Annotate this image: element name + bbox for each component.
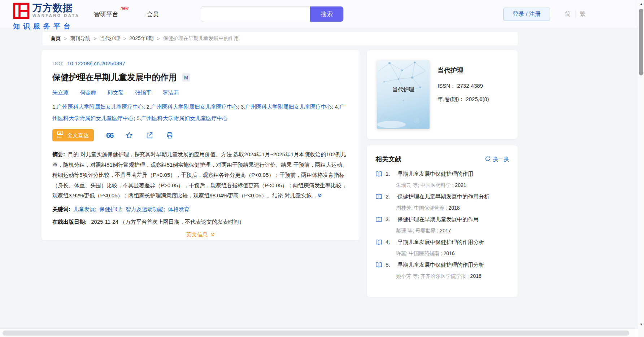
abstract-text: 目的 对儿童实施保健护理，探究其对早期儿童发展的应用价值。方法 选取2024年1… [52,151,348,198]
vertical-scrollbar[interactable]: ▲ ▼ [638,0,644,337]
related-item: 4. 早期儿童发展中保健护理的作用分析 许蕊; 中国医药指南 ; 2016 [375,239,509,257]
related-item-title[interactable]: 保健护理在儿童早期发展中的作用分析 [397,193,489,200]
related-item-title[interactable]: 早期儿童发展中保健护理的作用分析 [397,262,484,268]
nav-item-member[interactable]: 会员 [147,10,159,18]
online-date-label: 在线出版日期: [52,219,87,225]
keyword-link[interactable]: 体格发育 [168,206,190,212]
related-item: 5. 早期儿童发展中保健护理的作用分析 姚小芳 等; 齐齐哈尔医学院学报 ; 2… [375,262,509,280]
affiliation-link[interactable]: 广州医科大学附属妇女儿童医疗中心 [151,104,238,110]
journal-cover[interactable]: 当代护理 [377,60,430,129]
book-icon [375,239,382,247]
language-switch: 简 繁 [561,0,590,28]
related-year: 2018 [448,205,460,211]
print-icon[interactable] [166,131,174,139]
related-year: 2016 [443,250,454,256]
related-journal[interactable]: 中国医药科学 [421,182,451,188]
related-item-title[interactable]: 早期儿童发展中保健护理的作用 [397,171,473,178]
breadcrumb-current: 保健护理在早期儿童发展中的作用 [163,35,239,42]
brand-name-en: WANFANG DATA [32,13,79,18]
search-button[interactable]: 搜索 [310,6,343,22]
related-journal[interactable]: 中国医药指南 [409,250,439,256]
login-register-button[interactable]: 登录 / 注册 [503,8,550,21]
nav-item-zhiyan[interactable]: 智研平台 new [94,10,118,18]
breadcrumb-home[interactable]: 首页 [51,35,61,42]
related-journal[interactable]: 母婴世界 [415,228,436,233]
affiliation-num: 3. [241,104,245,110]
affiliation-link[interactable]: 广州医科大学附属妇女儿童医疗中心 [57,104,144,110]
related-journal[interactable]: 中国保健营养 [414,205,444,211]
fulltext-button[interactable]: free 全文直达 [52,129,94,141]
journal-card: 当代护理 当代护理 ISSN： 2732-4389 年,卷(期)： 2025,6… [367,50,518,139]
related-title: 相关文献 [375,155,401,163]
book-icon [375,262,382,270]
related-item: 2. 保健护理在儿童早期发展中的作用分析 周桂芳; 中国保健营养 ; 2018 [375,193,509,211]
volume-value: 2025,6(8) [466,96,489,102]
volume-label: 年,卷(期)： [438,96,464,102]
keyword-link[interactable]: 保健护理 [99,206,121,212]
breadcrumb-journal[interactable]: 当代护理 [100,35,120,42]
search-input[interactable] [201,6,310,22]
svg-text:free: free [57,136,62,139]
refresh-related-button[interactable]: 换一换 [485,156,509,163]
related-authors: 姚小芳 等; [396,273,419,279]
author-link[interactable]: 张锦平 [135,89,151,96]
breadcrumb-separator: > [93,36,96,41]
m-badge: M [182,73,190,82]
authors-row: 朱立琼 何金婵 邱文妥 张锦平 罗洁莉 [52,89,349,96]
related-item-title[interactable]: 早期儿童发展中保健护理的作用分析 [397,239,484,246]
author-link[interactable]: 邱文妥 [108,89,124,96]
related-year: 2021 [455,182,466,188]
lang-traditional[interactable]: 繁 [575,10,590,18]
share-icon[interactable] [145,131,153,139]
related-authors: 朱瑞云 等; [396,182,419,188]
related-journal[interactable]: 齐齐哈尔医学院学报 [421,273,466,279]
english-info-link[interactable]: 英文信息 [52,231,349,238]
wanfang-logo-icon [13,3,30,21]
favorite-star-icon[interactable] [125,131,133,139]
breadcrumb-separator: > [157,36,160,41]
breadcrumb-journal-nav[interactable]: 期刊导航 [70,35,90,42]
abstract-label: 摘要: [52,151,65,157]
brand-tagline: 知识服务平台 [13,22,79,31]
page: 万方数据 WANFANG DATA 知识服务平台 智研平台 new 会员 搜索 … [0,0,644,337]
issn-label: ISSN： [438,83,456,89]
wanfang-logo[interactable]: 万方数据 WANFANG DATA 知识服务平台 [13,3,79,31]
expand-abstract-icon[interactable] [317,191,322,202]
related-item: 1. 早期儿童发展中保健护理的作用 朱瑞云 等; 中国医药科学 ; 2021 [375,171,509,189]
related-item-title[interactable]: 保健护理在早期儿童发展中的作用 [397,216,479,223]
affiliation-num: 2. [147,104,151,110]
search-bar: 搜索 [201,6,344,22]
keyword-link[interactable]: 智力及运动功能 [126,206,164,212]
affiliations: 1.广州医科大学附属妇女儿童医疗中心; 2.广州医科大学附属妇女儿童医疗中心; … [52,101,349,124]
author-link[interactable]: 朱立琼 [52,89,69,96]
vertical-scrollbar-thumb[interactable] [639,9,643,75]
author-link[interactable]: 罗洁莉 [163,89,179,96]
breadcrumb-issue[interactable]: 2025年8期 [130,35,154,42]
affiliation-link[interactable]: 广州医科大学附属妇女儿童医疗中心 [245,104,332,110]
book-icon [375,194,382,201]
journal-cover-title: 当代护理 [377,86,430,93]
related-year: 2017 [440,228,451,233]
related-articles-card: 相关文献 换一换 1. 早期儿童发展中保健护理的作用 朱瑞云 等; 中国医药科学… [367,145,518,297]
related-authors: 周桂芳; [396,205,413,211]
cite-icon[interactable]: 66 [106,131,113,139]
abstract: 摘要:目的 对儿童实施保健护理，探究其对早期儿童发展的应用价值。方法 选取202… [52,149,349,202]
author-link[interactable]: 何金婵 [80,89,96,96]
scroll-up-arrow[interactable]: ▲ [638,2,644,6]
article-card: DOI: 10.12208/j.cn.20250397 保健护理在早期儿童发展中… [42,50,360,240]
journal-name[interactable]: 当代护理 [438,66,489,75]
related-year: 2016 [470,273,481,279]
lang-simplified[interactable]: 简 [561,10,575,18]
brand-name-cn: 万方数据 [32,3,79,13]
horizontal-scrollbar[interactable] [0,328,638,337]
free-download-icon: free [56,131,64,140]
doi-link[interactable]: 10.12208/j.cn.20250397 [67,60,125,66]
affiliation-num: 5. [136,115,141,121]
horizontal-scrollbar-thumb[interactable] [3,331,629,336]
scroll-down-arrow[interactable]: ▼ [638,323,644,326]
article-title: 保健护理在早期儿童发展中的作用 [52,72,177,83]
book-icon [375,171,382,179]
main-nav: 智研平台 new 会员 [94,0,159,28]
keyword-link[interactable]: 儿童发展 [73,206,95,212]
affiliation-link[interactable]: 广州医科大学附属妇女儿童医疗中心 [141,115,228,121]
